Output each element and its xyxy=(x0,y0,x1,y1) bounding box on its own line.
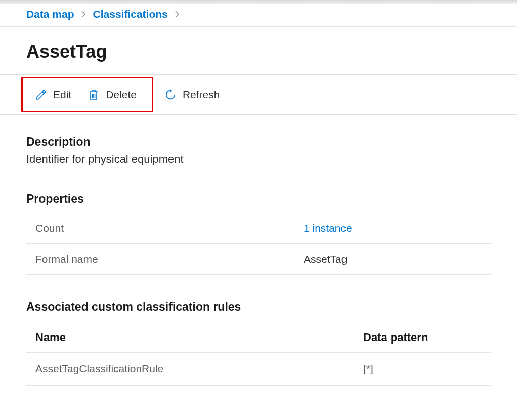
property-value-formal-name: AssetTag xyxy=(304,253,347,265)
rule-name-cell: AssetTagClassificationRule xyxy=(35,363,363,375)
rules-table-row[interactable]: AssetTagClassificationRule [*] xyxy=(26,353,491,386)
rules-table: Name Data pattern AssetTagClassification… xyxy=(26,323,491,386)
toolbar: Edit Delete Refresh xyxy=(0,75,517,115)
property-value-count[interactable]: 1 instance xyxy=(304,222,352,234)
refresh-button[interactable]: Refresh xyxy=(156,85,228,105)
edit-label: Edit xyxy=(53,89,71,101)
pencil-icon xyxy=(35,89,47,101)
description-heading: Description xyxy=(26,135,491,149)
page-title: AssetTag xyxy=(0,27,517,75)
highlight-annotation: Edit Delete xyxy=(21,77,153,112)
delete-label: Delete xyxy=(106,89,137,101)
breadcrumb-data-map[interactable]: Data map xyxy=(26,8,74,20)
rule-pattern-cell: [*] xyxy=(363,363,373,375)
refresh-icon xyxy=(164,89,177,101)
column-header-name[interactable]: Name xyxy=(35,331,363,344)
refresh-label: Refresh xyxy=(183,89,220,101)
column-header-data-pattern[interactable]: Data pattern xyxy=(363,331,428,344)
edit-button[interactable]: Edit xyxy=(27,85,79,105)
property-label: Formal name xyxy=(35,253,304,265)
properties-table: Count 1 instance Formal name AssetTag xyxy=(26,213,491,275)
property-row-formal-name: Formal name AssetTag xyxy=(26,244,491,275)
top-gradient xyxy=(0,0,517,4)
property-row-count: Count 1 instance xyxy=(26,213,491,244)
chevron-right-icon xyxy=(175,11,180,18)
rules-heading: Associated custom classification rules xyxy=(26,300,491,314)
chevron-right-icon xyxy=(81,11,86,18)
property-label: Count xyxy=(35,222,304,234)
delete-button[interactable]: Delete xyxy=(79,85,145,105)
description-text: Identifier for physical equipment xyxy=(26,153,491,166)
breadcrumb: Data map Classifications xyxy=(0,4,517,27)
content-area: Description Identifier for physical equi… xyxy=(0,115,517,396)
trash-icon xyxy=(88,89,100,101)
breadcrumb-classifications[interactable]: Classifications xyxy=(93,8,168,20)
rules-table-header: Name Data pattern xyxy=(26,323,491,353)
properties-heading: Properties xyxy=(26,192,491,206)
